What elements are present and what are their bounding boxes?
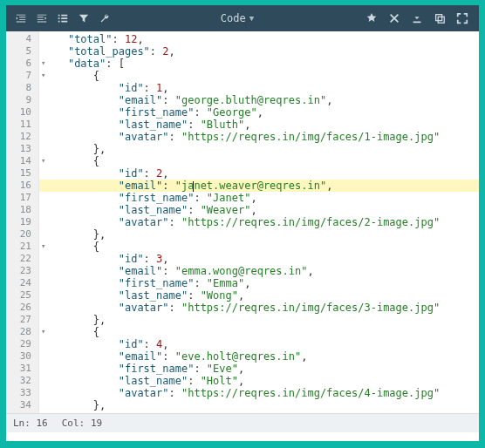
code-line[interactable]: {: [39, 326, 479, 338]
code-line[interactable]: "first_name": "Janet",: [39, 192, 479, 204]
fold-toggle-icon[interactable]: ▾: [41, 327, 45, 336]
line-number: 27: [6, 314, 38, 326]
code-line[interactable]: "last_name": "Wong",: [39, 289, 479, 302]
code-line[interactable]: "avatar": "https://reqres.in/img/faces/4…: [39, 387, 479, 399]
copy-icon[interactable]: [434, 12, 446, 24]
line-number: 10: [6, 106, 38, 119]
code-line[interactable]: "email": "emma.wong@reqres.in",: [39, 265, 479, 277]
line-number: 21: [6, 241, 38, 253]
editor-toolbar: Code ▼: [6, 5, 479, 31]
line-number: 6: [6, 58, 38, 70]
line-number: 15: [6, 167, 38, 180]
close-icon[interactable]: [388, 12, 400, 24]
toolbar-right: [355, 12, 479, 24]
line-number: 23: [6, 265, 38, 277]
status-bar: Ln: 16 Col: 19: [6, 413, 479, 432]
code-line[interactable]: "total": 12,: [39, 33, 479, 45]
line-number: 16: [6, 180, 38, 192]
filter-icon[interactable]: [78, 12, 90, 24]
line-number: 5: [6, 45, 38, 58]
line-number: 18: [6, 204, 38, 216]
code-line[interactable]: },: [39, 143, 479, 155]
fold-toggle-icon[interactable]: ▾: [41, 58, 45, 67]
line-number: 24: [6, 277, 38, 289]
code-line[interactable]: "last_name": "Weaver",: [39, 204, 479, 216]
code-line[interactable]: "id": 4,: [39, 338, 479, 350]
json-editor: Code ▼ 456789101112131415161718192021222…: [6, 5, 479, 441]
line-number: 7: [6, 70, 38, 82]
code-line[interactable]: "email": "janet.weaver@reqres.in",: [39, 180, 479, 192]
line-number: 26: [6, 302, 38, 314]
svg-rect-1: [438, 17, 444, 23]
code-line[interactable]: {: [39, 155, 479, 167]
line-number: 31: [6, 363, 38, 375]
code-content[interactable]: "total": 12, "total_pages": 2, "data": […: [39, 31, 479, 413]
code-line[interactable]: },: [39, 314, 479, 326]
expand-icon[interactable]: [456, 12, 468, 24]
code-line[interactable]: "id": 3,: [39, 253, 479, 265]
line-number: 32: [6, 375, 38, 387]
list-icon[interactable]: [57, 12, 69, 24]
status-line: Ln: 16: [13, 417, 48, 429]
code-line[interactable]: "avatar": "https://reqres.in/img/faces/3…: [39, 302, 479, 314]
wrench-icon[interactable]: [99, 12, 111, 24]
code-line[interactable]: "email": "george.bluth@reqres.in",: [39, 94, 479, 106]
line-number: 25: [6, 289, 38, 302]
code-line[interactable]: "email": "eve.holt@reqres.in",: [39, 350, 479, 363]
code-line[interactable]: "avatar": "https://reqres.in/img/faces/1…: [39, 131, 479, 143]
line-number: 19: [6, 216, 38, 228]
line-number: 33: [6, 387, 38, 399]
code-line[interactable]: "last_name": "Bluth",: [39, 119, 479, 131]
mode-label: Code: [221, 12, 246, 24]
line-number: 28: [6, 326, 38, 338]
star-icon[interactable]: [365, 12, 378, 24]
code-line[interactable]: {: [39, 241, 479, 253]
line-number: 13: [6, 143, 38, 155]
code-line[interactable]: },: [39, 228, 479, 241]
line-number: 20: [6, 228, 38, 241]
code-line[interactable]: "id": 2,: [39, 167, 479, 180]
fold-toggle-icon[interactable]: ▾: [41, 156, 45, 165]
code-line[interactable]: "last_name": "Holt",: [39, 375, 479, 387]
line-number: 9: [6, 94, 38, 106]
code-line[interactable]: "data": [: [39, 58, 479, 70]
indent-right-icon[interactable]: [36, 12, 48, 24]
line-number: 17: [6, 192, 38, 204]
svg-rect-0: [436, 15, 442, 21]
code-line[interactable]: "first_name": "George",: [39, 106, 479, 119]
code-line[interactable]: "avatar": "https://reqres.in/img/faces/2…: [39, 216, 479, 228]
code-line[interactable]: "total_pages": 2,: [39, 45, 479, 58]
line-number: 29: [6, 338, 38, 350]
line-number: 4: [6, 33, 38, 45]
line-number: 12: [6, 131, 38, 143]
code-line[interactable]: {: [39, 70, 479, 82]
code-line[interactable]: "first_name": "Emma",: [39, 277, 479, 289]
toolbar-left: [6, 12, 120, 24]
code-line[interactable]: },: [39, 399, 479, 411]
line-number-gutter: 4567891011121314151617181920212223242526…: [6, 31, 39, 413]
line-number: 8: [6, 82, 38, 94]
line-number: 22: [6, 253, 38, 265]
mode-selector[interactable]: Code ▼: [120, 12, 355, 24]
line-number: 34: [6, 399, 38, 411]
line-number: 11: [6, 119, 38, 131]
line-number: 14: [6, 155, 38, 167]
download-icon[interactable]: [411, 12, 423, 24]
code-line[interactable]: "id": 1,: [39, 82, 479, 94]
fold-toggle-icon[interactable]: ▾: [41, 241, 45, 250]
code-area[interactable]: 4567891011121314151617181920212223242526…: [6, 31, 479, 413]
fold-toggle-icon[interactable]: ▾: [41, 71, 45, 79]
code-line[interactable]: "first_name": "Eve",: [39, 363, 479, 375]
chevron-down-icon: ▼: [249, 14, 254, 23]
indent-left-icon[interactable]: [15, 12, 27, 24]
line-number: 30: [6, 350, 38, 363]
status-col: Col: 19: [62, 417, 102, 429]
